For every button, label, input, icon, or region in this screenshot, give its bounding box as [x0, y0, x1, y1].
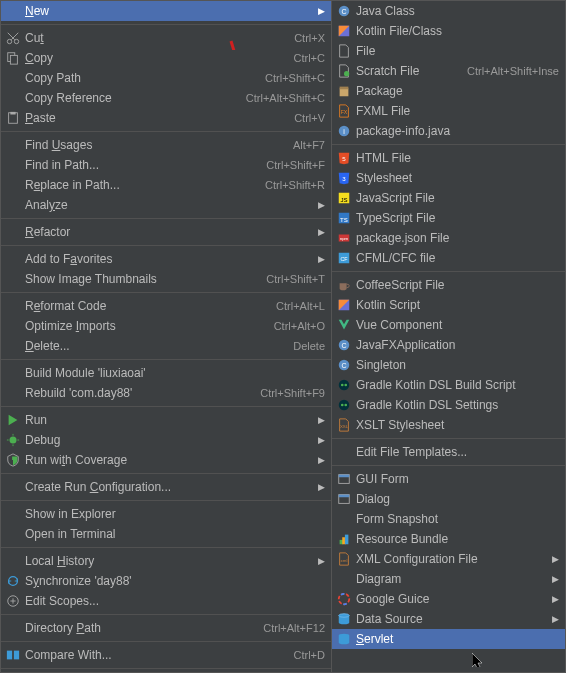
submenu-arrow-icon: ▶ — [318, 254, 325, 264]
menu-item-refactor[interactable]: Refactor▶ — [1, 222, 331, 242]
menu-item-optimize-imports[interactable]: Optimize ImportsCtrl+Alt+O — [1, 316, 331, 336]
menu-item-copy[interactable]: CopyCtrl+C — [1, 48, 331, 68]
menu-item-label: Gradle Kotlin DSL Settings — [356, 398, 559, 412]
submenu-arrow-icon: ▶ — [318, 435, 325, 445]
edit-icon — [5, 593, 21, 609]
menu-item-dialog[interactable]: Dialog — [332, 489, 565, 509]
menu-item-label: Create Run Configuration... — [25, 480, 314, 494]
menu-separator — [1, 500, 331, 501]
menu-item-label: Vue Component — [356, 318, 559, 332]
menu-item-xml-configuration-file[interactable]: xmlXML Configuration File▶ — [332, 549, 565, 569]
menu-item-package-json-file[interactable]: npmpackage.json File — [332, 228, 565, 248]
menu-item-edit-scopes[interactable]: Edit Scopes... — [1, 591, 331, 611]
blank-icon — [5, 506, 21, 522]
blank-icon — [336, 511, 352, 527]
menu-item-xslt-stylesheet[interactable]: XSLXSLT Stylesheet — [332, 415, 565, 435]
menu-item-find-usages[interactable]: Find UsagesAlt+F7 — [1, 135, 331, 155]
menu-item-javascript-file[interactable]: JSJavaScript File — [332, 188, 565, 208]
menu-item-diagram[interactable]: Diagram▶ — [332, 569, 565, 589]
menu-item-show-in-explorer[interactable]: Show in Explorer — [1, 504, 331, 524]
menu-item-google-guice[interactable]: Google Guice▶ — [332, 589, 565, 609]
menu-item-build-module-liuxiaoai[interactable]: Build Module 'liuxiaoai' — [1, 363, 331, 383]
menu-item-cut[interactable]: CutCtrl+X — [1, 28, 331, 48]
svg-text:C: C — [341, 362, 346, 369]
menu-item-synchronize-day88[interactable]: Synchronize 'day88' — [1, 571, 331, 591]
menu-item-find-in-path[interactable]: Find in Path...Ctrl+Shift+F — [1, 155, 331, 175]
menu-item-vue-component[interactable]: Vue Component — [332, 315, 565, 335]
menu-item-delete[interactable]: Delete...Delete — [1, 336, 331, 356]
menu-item-resource-bundle[interactable]: Resource Bundle — [332, 529, 565, 549]
menu-item-add-to-favorites[interactable]: Add to Favorites▶ — [1, 249, 331, 269]
blank-icon — [5, 90, 21, 106]
menu-item-kotlin-script[interactable]: Kotlin Script — [332, 295, 565, 315]
menu-item-show-image-thumbnails[interactable]: Show Image ThumbnailsCtrl+Shift+T — [1, 269, 331, 289]
menu-item-gradle-kotlin-dsl-settings[interactable]: Gradle Kotlin DSL Settings — [332, 395, 565, 415]
menu-item-paste[interactable]: PasteCtrl+V — [1, 108, 331, 128]
menu-item-copy-path[interactable]: Copy PathCtrl+Shift+C — [1, 68, 331, 88]
blank-icon — [5, 224, 21, 240]
menu-item-run[interactable]: Run▶ — [1, 410, 331, 430]
menu-item-label: Cut — [25, 31, 286, 45]
menu-item-typescript-file[interactable]: TSTypeScript File — [332, 208, 565, 228]
menu-item-directory-path[interactable]: Directory PathCtrl+Alt+F12 — [1, 618, 331, 638]
menu-item-kotlin-file-class[interactable]: Kotlin File/Class — [332, 21, 565, 41]
menu-item-form-snapshot[interactable]: Form Snapshot — [332, 509, 565, 529]
menu-item-javafxapplication[interactable]: CJavaFXApplication — [332, 335, 565, 355]
submenu-arrow-icon: ▶ — [552, 554, 559, 564]
svg-point-8 — [10, 437, 17, 444]
menu-item-package[interactable]: Package — [332, 81, 565, 101]
menu-item-servlet[interactable]: Servlet — [332, 629, 565, 649]
npm-icon: npm — [336, 230, 352, 246]
menu-item-cfml-cfc-file[interactable]: CFCFML/CFC file — [332, 248, 565, 268]
menu-item-debug[interactable]: Debug▶ — [1, 430, 331, 450]
menu-item-label: package.json File — [356, 231, 559, 245]
menu-item-compare-with[interactable]: Compare With...Ctrl+D — [1, 645, 331, 665]
servlet-icon — [336, 631, 352, 647]
menu-item-label: GUI Form — [356, 472, 559, 486]
menu-separator — [1, 24, 331, 25]
menu-item-rebuild-com-day88[interactable]: Rebuild 'com.day88'Ctrl+Shift+F9 — [1, 383, 331, 403]
menu-separator — [1, 245, 331, 246]
menu-item-local-history[interactable]: Local History▶ — [1, 551, 331, 571]
menu-item-run-with-coverage[interactable]: Run with Coverage▶ — [1, 450, 331, 470]
menu-item-label: package-info.java — [356, 124, 559, 138]
menu-item-edit-file-templates[interactable]: Edit File Templates... — [332, 442, 565, 462]
menu-item-gui-form[interactable]: GUI Form — [332, 469, 565, 489]
package-icon — [336, 83, 352, 99]
css-icon: 3 — [336, 170, 352, 186]
menu-item-analyze[interactable]: Analyze▶ — [1, 195, 331, 215]
menu-item-stylesheet[interactable]: 3Stylesheet — [332, 168, 565, 188]
menu-item-label: Singleton — [356, 358, 559, 372]
menu-item-label: CoffeeScript File — [356, 278, 559, 292]
menu-item-replace-in-path[interactable]: Replace in Path...Ctrl+Shift+R — [1, 175, 331, 195]
menu-item-create-run-configuration[interactable]: Create Run Configuration...▶ — [1, 477, 331, 497]
menu-item-coffeescript-file[interactable]: CoffeeScript File — [332, 275, 565, 295]
menu-item-shortcut: Ctrl+C — [294, 52, 325, 64]
menu-item-file[interactable]: File — [332, 41, 565, 61]
menu-item-label: Rebuild 'com.day88' — [25, 386, 252, 400]
menu-item-open-in-terminal[interactable]: Open in Terminal — [1, 524, 331, 544]
svg-text:JS: JS — [340, 196, 347, 203]
blank-icon — [5, 197, 21, 213]
menu-item-gradle-kotlin-dsl-build-script[interactable]: Gradle Kotlin DSL Build Script — [332, 375, 565, 395]
svg-rect-14 — [7, 651, 12, 660]
menu-item-singleton[interactable]: CSingleton — [332, 355, 565, 375]
bundle-icon — [336, 531, 352, 547]
blank-icon — [5, 553, 21, 569]
svg-point-55 — [339, 594, 350, 605]
menu-separator — [1, 359, 331, 360]
menu-item-copy-reference[interactable]: Copy ReferenceCtrl+Alt+Shift+C — [1, 88, 331, 108]
menu-item-package-info-java[interactable]: ipackage-info.java — [332, 121, 565, 141]
menu-item-scratch-file[interactable]: Scratch FileCtrl+Alt+Shift+Inse — [332, 61, 565, 81]
menu-item-label: JavaFXApplication — [356, 338, 559, 352]
menu-item-java-class[interactable]: CJava Class — [332, 1, 565, 21]
menu-item-fxml-file[interactable]: FXFXML File — [332, 101, 565, 121]
menu-item-data-source[interactable]: Data Source▶ — [332, 609, 565, 629]
javafx-icon: C — [336, 337, 352, 353]
menu-item-new[interactable]: New▶ — [1, 1, 331, 21]
coffee-icon — [336, 277, 352, 293]
svg-rect-5 — [10, 55, 17, 64]
menu-item-reformat-code[interactable]: Reformat CodeCtrl+Alt+L — [1, 296, 331, 316]
menu-item-shortcut: Ctrl+Alt+L — [276, 300, 325, 312]
menu-item-html-file[interactable]: 5HTML File — [332, 148, 565, 168]
